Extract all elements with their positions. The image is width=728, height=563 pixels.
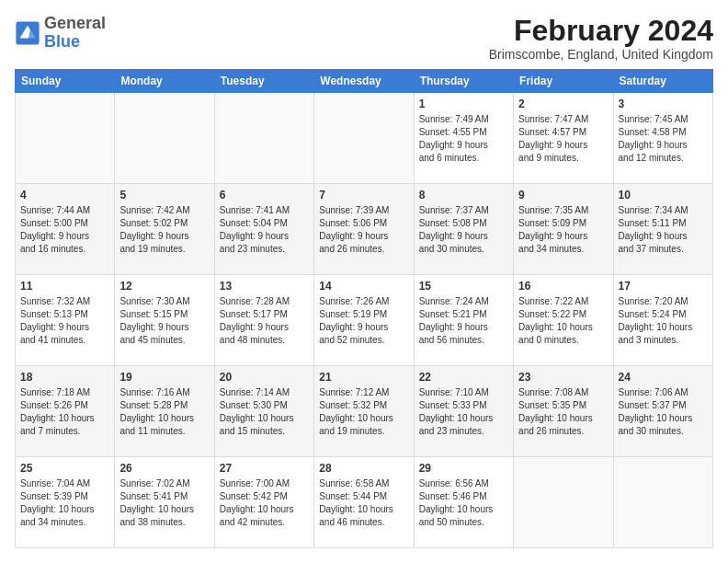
day-number: 17 (619, 279, 708, 293)
cell-w5-d6 (514, 457, 613, 548)
day-number: 23 (518, 370, 608, 385)
day-number: 24 (619, 370, 708, 385)
title-block: February 2024 Brimscombe, England, Unite… (489, 15, 713, 62)
day-number: 25 (20, 461, 109, 476)
week-row-2: 4Sunrise: 7:44 AM Sunset: 5:00 PM Daylig… (16, 184, 713, 275)
day-info: Sunrise: 7:26 AM Sunset: 5:19 PM Dayligh… (319, 295, 408, 347)
cell-w2-d5: 8Sunrise: 7:37 AM Sunset: 5:08 PM Daylig… (414, 184, 513, 275)
day-info: Sunrise: 7:22 AM Sunset: 5:22 PM Dayligh… (518, 295, 608, 347)
day-number: 13 (220, 279, 309, 293)
days-header-row: Sunday Monday Tuesday Wednesday Thursday… (16, 70, 713, 93)
day-info: Sunrise: 7:00 AM Sunset: 5:42 PM Dayligh… (220, 477, 309, 529)
header-wednesday: Wednesday (314, 70, 414, 93)
day-info: Sunrise: 7:18 AM Sunset: 5:26 PM Dayligh… (20, 386, 109, 438)
cell-w2-d6: 9Sunrise: 7:35 AM Sunset: 5:09 PM Daylig… (514, 184, 613, 275)
cell-w5-d7 (613, 457, 712, 548)
header-sunday: Sunday (16, 70, 115, 93)
day-info: Sunrise: 7:34 AM Sunset: 5:11 PM Dayligh… (619, 204, 708, 256)
day-info: Sunrise: 7:39 AM Sunset: 5:06 PM Dayligh… (319, 204, 408, 256)
day-info: Sunrise: 7:04 AM Sunset: 5:39 PM Dayligh… (20, 477, 109, 529)
logo-text: General Blue (44, 15, 106, 52)
day-number: 2 (518, 97, 608, 111)
day-info: Sunrise: 7:37 AM Sunset: 5:08 PM Dayligh… (419, 204, 508, 256)
day-number: 16 (518, 279, 608, 293)
day-number: 3 (619, 97, 708, 111)
week-row-3: 11Sunrise: 7:32 AM Sunset: 5:13 PM Dayli… (16, 275, 713, 366)
day-info: Sunrise: 7:44 AM Sunset: 5:00 PM Dayligh… (20, 204, 109, 256)
day-info: Sunrise: 6:56 AM Sunset: 5:46 PM Dayligh… (419, 477, 508, 529)
cell-w5-d3: 27Sunrise: 7:00 AM Sunset: 5:42 PM Dayli… (214, 457, 313, 548)
cell-w3-d7: 17Sunrise: 7:20 AM Sunset: 5:24 PM Dayli… (613, 275, 712, 366)
day-info: Sunrise: 7:06 AM Sunset: 5:37 PM Dayligh… (619, 386, 708, 438)
cell-w1-d3 (214, 93, 313, 184)
header-thursday: Thursday (414, 70, 513, 93)
cell-w5-d2: 26Sunrise: 7:02 AM Sunset: 5:41 PM Dayli… (115, 457, 214, 548)
day-number: 11 (20, 279, 109, 293)
day-info: Sunrise: 7:20 AM Sunset: 5:24 PM Dayligh… (619, 295, 708, 347)
cell-w4-d2: 19Sunrise: 7:16 AM Sunset: 5:28 PM Dayli… (115, 366, 214, 457)
cell-w3-d4: 14Sunrise: 7:26 AM Sunset: 5:19 PM Dayli… (314, 275, 414, 366)
day-number: 22 (419, 370, 508, 385)
day-number: 19 (119, 370, 209, 385)
day-info: Sunrise: 7:10 AM Sunset: 5:33 PM Dayligh… (419, 386, 508, 438)
day-number: 4 (20, 188, 109, 202)
calendar: Sunday Monday Tuesday Wednesday Thursday… (15, 69, 713, 548)
day-info: Sunrise: 7:49 AM Sunset: 4:55 PM Dayligh… (419, 113, 508, 165)
cell-w2-d2: 5Sunrise: 7:42 AM Sunset: 5:02 PM Daylig… (115, 184, 214, 275)
cell-w3-d5: 15Sunrise: 7:24 AM Sunset: 5:21 PM Dayli… (414, 275, 513, 366)
day-number: 6 (220, 188, 309, 202)
day-info: Sunrise: 7:08 AM Sunset: 5:35 PM Dayligh… (518, 386, 608, 438)
day-number: 29 (419, 461, 508, 476)
cell-w4-d7: 24Sunrise: 7:06 AM Sunset: 5:37 PM Dayli… (613, 366, 712, 457)
day-info: Sunrise: 6:58 AM Sunset: 5:44 PM Dayligh… (319, 477, 408, 529)
day-number: 9 (518, 188, 608, 202)
cell-w1-d5: 1Sunrise: 7:49 AM Sunset: 4:55 PM Daylig… (414, 93, 513, 184)
header: General Blue February 2024 Brimscombe, E… (15, 15, 713, 62)
day-info: Sunrise: 7:47 AM Sunset: 4:57 PM Dayligh… (518, 113, 608, 165)
logo-icon (15, 20, 40, 46)
day-info: Sunrise: 7:42 AM Sunset: 5:02 PM Dayligh… (119, 204, 209, 256)
day-number: 7 (319, 188, 408, 202)
header-friday: Friday (514, 70, 613, 93)
cell-w5-d4: 28Sunrise: 6:58 AM Sunset: 5:44 PM Dayli… (314, 457, 414, 548)
cell-w3-d1: 11Sunrise: 7:32 AM Sunset: 5:13 PM Dayli… (16, 275, 115, 366)
header-tuesday: Tuesday (214, 70, 313, 93)
day-info: Sunrise: 7:35 AM Sunset: 5:09 PM Dayligh… (518, 204, 608, 256)
week-row-1: 1Sunrise: 7:49 AM Sunset: 4:55 PM Daylig… (16, 93, 713, 184)
cell-w3-d2: 12Sunrise: 7:30 AM Sunset: 5:15 PM Dayli… (115, 275, 214, 366)
day-number: 1 (419, 97, 508, 111)
week-row-4: 18Sunrise: 7:18 AM Sunset: 5:26 PM Dayli… (16, 366, 713, 457)
cell-w5-d5: 29Sunrise: 6:56 AM Sunset: 5:46 PM Dayli… (414, 457, 513, 548)
cell-w1-d7: 3Sunrise: 7:45 AM Sunset: 4:58 PM Daylig… (613, 93, 712, 184)
cell-w1-d2 (115, 93, 214, 184)
cell-w4-d5: 22Sunrise: 7:10 AM Sunset: 5:33 PM Dayli… (414, 366, 513, 457)
cell-w4-d3: 20Sunrise: 7:14 AM Sunset: 5:30 PM Dayli… (214, 366, 313, 457)
day-info: Sunrise: 7:28 AM Sunset: 5:17 PM Dayligh… (220, 295, 309, 347)
day-number: 20 (220, 370, 309, 385)
day-info: Sunrise: 7:24 AM Sunset: 5:21 PM Dayligh… (419, 295, 508, 347)
header-monday: Monday (115, 70, 214, 93)
cell-w1-d1 (16, 93, 115, 184)
location: Brimscombe, England, United Kingdom (489, 47, 713, 62)
day-number: 21 (319, 370, 408, 385)
cell-w2-d4: 7Sunrise: 7:39 AM Sunset: 5:06 PM Daylig… (314, 184, 414, 275)
cell-w2-d3: 6Sunrise: 7:41 AM Sunset: 5:04 PM Daylig… (214, 184, 313, 275)
cell-w2-d1: 4Sunrise: 7:44 AM Sunset: 5:00 PM Daylig… (16, 184, 115, 275)
day-number: 14 (319, 279, 408, 293)
cell-w1-d4 (314, 93, 414, 184)
day-info: Sunrise: 7:32 AM Sunset: 5:13 PM Dayligh… (20, 295, 109, 347)
logo-general: General (44, 14, 106, 32)
cell-w3-d6: 16Sunrise: 7:22 AM Sunset: 5:22 PM Dayli… (514, 275, 613, 366)
page: General Blue February 2024 Brimscombe, E… (0, 0, 728, 563)
day-info: Sunrise: 7:30 AM Sunset: 5:15 PM Dayligh… (119, 295, 209, 347)
cell-w1-d6: 2Sunrise: 7:47 AM Sunset: 4:57 PM Daylig… (514, 93, 613, 184)
day-number: 26 (119, 461, 209, 476)
cell-w4-d4: 21Sunrise: 7:12 AM Sunset: 5:32 PM Dayli… (314, 366, 414, 457)
week-row-5: 25Sunrise: 7:04 AM Sunset: 5:39 PM Dayli… (16, 457, 713, 548)
day-number: 10 (619, 188, 708, 202)
day-info: Sunrise: 7:14 AM Sunset: 5:30 PM Dayligh… (220, 386, 309, 438)
day-number: 5 (119, 188, 209, 202)
logo-blue: Blue (44, 32, 80, 51)
cell-w5-d1: 25Sunrise: 7:04 AM Sunset: 5:39 PM Dayli… (16, 457, 115, 548)
cell-w4-d1: 18Sunrise: 7:18 AM Sunset: 5:26 PM Dayli… (16, 366, 115, 457)
